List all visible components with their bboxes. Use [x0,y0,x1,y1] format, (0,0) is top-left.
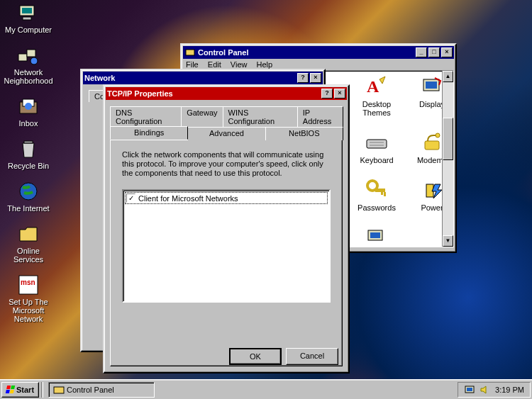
scroll-track[interactable] [443,82,453,235]
window-title: Control Panel [198,48,416,57]
power-icon [421,179,443,201]
tab-ip-address[interactable]: IP Address [297,106,343,127]
svg-point-21 [436,133,440,137]
svg-text:msn: msn [21,279,35,286]
help-button[interactable]: ? [321,89,333,99]
dialog-buttons: OK Cancel [229,348,338,365]
cp-item-generic[interactable] [353,226,401,247]
globe-icon [17,180,40,203]
control-panel-titlebar[interactable]: Control Panel _ □ × [183,46,454,59]
cp-item-label: Power [421,203,443,212]
svg-rect-2 [23,17,31,20]
close-button[interactable]: × [334,89,345,99]
tcpip-titlebar[interactable]: TCP/IP Properties ? × [106,87,347,100]
close-button[interactable]: × [310,73,321,83]
binding-item[interactable]: ✓ Client for Microsoft Networks [125,192,328,204]
network-titlebar[interactable]: Network ? × [83,72,323,84]
minimize-button[interactable]: _ [416,47,427,57]
scroll-down-button[interactable]: ▼ [443,235,453,247]
close-button[interactable]: × [441,47,453,57]
maximize-button[interactable]: □ [428,47,440,57]
menu-file[interactable]: File [186,60,199,69]
checkbox-icon[interactable]: ✓ [126,193,135,203]
svg-rect-17 [367,140,387,148]
desktop-icon-label: Online Services [3,247,54,264]
tab-dns-configuration[interactable]: DNS Configuration [110,106,182,127]
recycle-bin-icon [17,137,40,160]
tab-netbios[interactable]: NetBIOS [265,127,343,140]
svg-rect-16 [426,82,437,89]
tab-wins-configuration[interactable]: WINS Configuration [223,106,298,127]
scroll-thumb[interactable] [443,118,453,160]
bindings-panel: Click the network components that will c… [110,140,343,366]
svg-rect-25 [384,192,386,196]
svg-rect-23 [375,189,385,192]
task-button-label: Control Panel [67,386,114,394]
cp-item-keyboard[interactable]: Keyboard [353,131,401,164]
svg-rect-29 [54,387,64,393]
scrollbar-vertical[interactable]: ▲ ▼ [442,71,453,247]
tcpip-tabs-row2: Bindings Advanced NetBIOS [106,126,347,140]
svg-point-10 [20,183,37,200]
help-button[interactable]: ? [297,73,309,83]
svg-rect-24 [381,192,383,195]
desktop-icon-inbox[interactable]: Inbox [3,95,54,128]
system-tray[interactable]: 3:19 PM [458,382,531,398]
svg-rect-28 [370,232,380,238]
cp-item-label: Desktop Themes [353,100,401,117]
desktop-icon-online-services[interactable]: Online Services [3,223,54,264]
network-neighborhood-icon [17,44,40,67]
cp-item-passwords[interactable]: Passwords [353,179,401,212]
desktop-icon-msn-setup[interactable]: msn Set Up The Microsoft Network [3,274,54,323]
tab-gateway[interactable]: Gateway [181,106,223,127]
svg-point-8 [25,103,32,110]
modems-icon [421,131,443,154]
svg-rect-3 [18,54,27,61]
taskbar: Start Control Panel 3:19 PM [0,379,532,399]
cp-item-label: Keyboard [360,156,393,164]
desktop-icon-my-computer[interactable]: My Computer [3,1,54,34]
tray-display-icon [464,384,475,395]
passwords-icon [365,179,388,201]
folder-icon [17,223,40,245]
desktop-icon-recycle-bin[interactable]: Recycle Bin [3,137,54,170]
tab-bindings[interactable]: Bindings [110,126,188,140]
cancel-button[interactable]: Cancel [286,348,338,365]
desktop-icon-the-internet[interactable]: The Internet [3,180,54,213]
taskbar-task-control-panel[interactable]: Control Panel [48,382,155,398]
msn-icon: msn [17,274,40,296]
tcpip-properties-dialog[interactable]: TCP/IP Properties ? × DNS Configuration … [103,84,350,373]
menu-edit[interactable]: Edit [208,60,221,69]
svg-rect-1 [22,8,32,13]
window-title: Network [84,74,297,82]
tray-volume-icon [480,384,491,395]
inbox-icon [17,95,40,118]
tab-advanced[interactable]: Advanced [187,127,265,140]
desktop-icon-label: Inbox [19,119,38,128]
menu-help[interactable]: Help [257,60,273,69]
cp-item-label: Passwords [358,203,396,212]
desktop-icon-label: Recycle Bin [8,162,49,170]
display-icon [421,75,443,98]
bindings-listbox[interactable]: ✓ Client for Microsoft Networks [122,189,331,303]
svg-text:A: A [367,77,379,96]
scroll-up-button[interactable]: ▲ [443,71,453,82]
folder-small-icon [53,384,65,395]
desktop-icon-label: The Internet [7,204,49,213]
menu-view[interactable]: View [231,60,248,69]
svg-point-5 [31,57,38,64]
start-button[interactable]: Start [1,382,39,398]
bindings-instructions: Click the network components that will c… [122,150,331,178]
keyboard-icon [365,131,388,154]
desktop-icon-label: Set Up The Microsoft Network [3,298,54,323]
computer-partial-icon [365,226,388,247]
tcpip-tabs-row1: DNS Configuration Gateway WINS Configura… [106,106,347,126]
cp-item-desktop-themes[interactable]: A Desktop Themes [353,75,401,117]
ok-button[interactable]: OK [229,348,282,365]
desktop-icon-label: Network Neighborhood [3,68,54,85]
binding-item-label: Client for Microsoft Networks [138,194,238,203]
desktop-icons: My Computer Network Neighborhood Inbox R… [3,1,54,333]
desktop-themes-icon: A [365,75,388,98]
desktop-icon-network-neighborhood[interactable]: Network Neighborhood [3,44,54,85]
svg-rect-13 [186,50,194,55]
